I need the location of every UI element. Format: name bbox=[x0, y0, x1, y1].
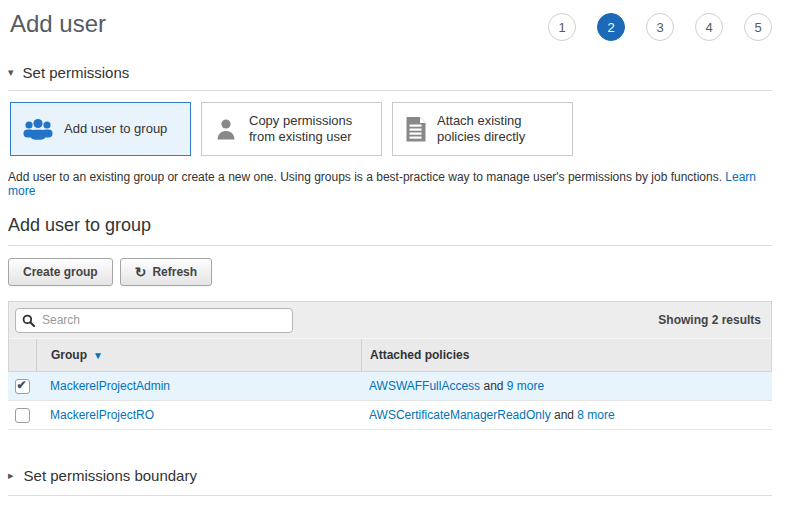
set-permissions-title: Set permissions bbox=[23, 64, 130, 81]
table-header-row: Group ▼ Attached policies bbox=[9, 338, 771, 371]
refresh-button[interactable]: ↻ Refresh bbox=[120, 258, 212, 286]
set-permissions-boundary-title: Set permissions boundary bbox=[24, 467, 197, 484]
table-row[interactable]: MackerelProjectAdmin AWSWAFFullAccess an… bbox=[8, 372, 772, 401]
section-description: Add user to an existing group or create … bbox=[8, 170, 772, 198]
step-circle-1[interactable]: 1 bbox=[548, 13, 576, 41]
refresh-label: Refresh bbox=[152, 265, 197, 279]
document-icon bbox=[404, 116, 427, 143]
attached-policies-cell: AWSCertificateManagerReadOnly and 8 more bbox=[361, 408, 772, 422]
card-add-user-to-group[interactable]: Add user to group bbox=[10, 102, 191, 156]
add-user-page: Add user 1 2 3 4 5 ▾ Set permissions bbox=[0, 0, 799, 496]
step-indicator: 1 2 3 4 5 bbox=[548, 13, 772, 41]
refresh-icon: ↻ bbox=[135, 267, 147, 277]
policy-link[interactable]: AWSCertificateManagerReadOnly bbox=[369, 408, 551, 422]
page-header: Add user 1 2 3 4 5 bbox=[8, 8, 772, 41]
row-checkbox[interactable] bbox=[15, 379, 30, 394]
search-input[interactable] bbox=[40, 312, 286, 328]
create-group-button[interactable]: Create group bbox=[8, 258, 113, 286]
policy-and-text: and bbox=[554, 408, 574, 422]
card-label: Attach existing policies directly bbox=[437, 113, 564, 146]
column-header-group[interactable]: Group ▼ bbox=[37, 339, 362, 371]
table-toolbar: Showing 2 results bbox=[9, 302, 771, 338]
permission-option-cards: Add user to group Copy permissions from … bbox=[10, 102, 772, 156]
policy-more-link[interactable]: 9 more bbox=[507, 379, 544, 393]
description-text: Add user to an existing group or create … bbox=[8, 170, 722, 184]
step-circle-2[interactable]: 2 bbox=[597, 13, 625, 41]
search-box[interactable] bbox=[15, 308, 293, 333]
card-label: Add user to group bbox=[64, 121, 167, 137]
add-user-to-group-heading: Add user to group bbox=[8, 215, 772, 246]
group-name-cell: MackerelProjectAdmin bbox=[36, 379, 361, 393]
row-checkbox[interactable] bbox=[15, 408, 30, 423]
policy-link[interactable]: AWSWAFFullAccess bbox=[369, 379, 480, 393]
set-permissions-section-header[interactable]: ▾ Set permissions bbox=[8, 64, 772, 91]
row-checkbox-cell bbox=[8, 401, 36, 429]
group-column-label: Group bbox=[51, 348, 87, 362]
step-circle-5[interactable]: 5 bbox=[744, 13, 772, 41]
results-count: Showing 2 results bbox=[658, 313, 761, 327]
policy-and-text: and bbox=[483, 379, 503, 393]
groups-table-header-panel: Showing 2 results Group ▼ Attached polic… bbox=[8, 301, 772, 372]
group-name-link[interactable]: MackerelProjectRO bbox=[50, 408, 154, 422]
group-name-link[interactable]: MackerelProjectAdmin bbox=[50, 379, 170, 393]
column-header-attached-policies: Attached policies bbox=[362, 348, 771, 362]
sort-descending-icon: ▼ bbox=[93, 350, 103, 361]
chevron-down-icon: ▾ bbox=[8, 67, 14, 78]
page-title: Add user bbox=[10, 10, 106, 38]
attached-policies-cell: AWSWAFFullAccess and 9 more bbox=[361, 379, 772, 393]
group-name-cell: MackerelProjectRO bbox=[36, 408, 361, 422]
chevron-right-icon: ▸ bbox=[8, 470, 14, 481]
set-permissions-boundary-section-header[interactable]: ▸ Set permissions boundary bbox=[8, 467, 772, 496]
policy-more-link[interactable]: 8 more bbox=[577, 408, 614, 422]
header-checkbox-column bbox=[9, 339, 37, 371]
create-group-label: Create group bbox=[23, 265, 98, 279]
row-checkbox-cell bbox=[8, 372, 36, 400]
search-icon bbox=[22, 314, 35, 327]
user-icon bbox=[213, 116, 239, 142]
table-row[interactable]: MackerelProjectRO AWSCertificateManagerR… bbox=[8, 401, 772, 430]
card-attach-policies[interactable]: Attach existing policies directly bbox=[392, 102, 573, 156]
step-circle-4[interactable]: 4 bbox=[695, 13, 723, 41]
card-label: Copy permissions from existing user bbox=[249, 113, 373, 146]
table-actions: Create group ↻ Refresh bbox=[8, 258, 772, 286]
step-circle-3[interactable]: 3 bbox=[646, 13, 674, 41]
card-copy-permissions[interactable]: Copy permissions from existing user bbox=[201, 102, 382, 156]
group-icon bbox=[22, 117, 54, 141]
